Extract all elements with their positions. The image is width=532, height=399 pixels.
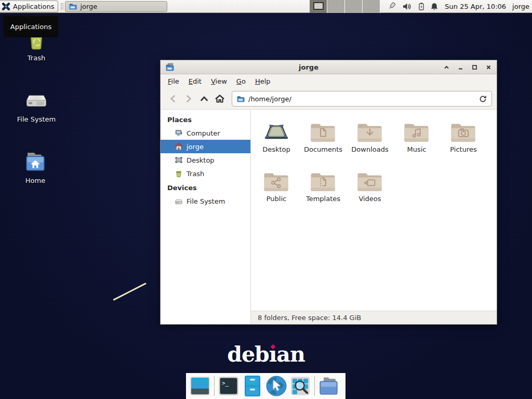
- file-item-downloads[interactable]: Downloads: [347, 115, 393, 164]
- svg-text:>_: >_: [222, 380, 229, 387]
- menu-edit[interactable]: Edit: [184, 75, 206, 87]
- up-button[interactable]: [196, 91, 212, 107]
- workspace-window-preview: [313, 2, 324, 10]
- file-item-label: Music: [407, 145, 427, 153]
- desktop-diagonal-line: [113, 283, 147, 301]
- file-item-label: Videos: [358, 195, 381, 203]
- window-folder-icon: [165, 63, 175, 72]
- file-item-label: Templates: [306, 195, 340, 203]
- desktop-pad-icon: [263, 115, 290, 143]
- reload-icon[interactable]: [478, 95, 487, 103]
- debian-logo: debıan: [0, 343, 532, 368]
- music-folder-icon: [403, 115, 430, 143]
- workspace-2[interactable]: [327, 0, 345, 13]
- file-item-public[interactable]: Public: [253, 164, 300, 214]
- workspace-3[interactable]: [345, 0, 363, 13]
- sidebar-item-label: Computer: [187, 129, 220, 137]
- home-icon: [175, 142, 183, 151]
- sidebar-places-header: Places: [161, 112, 250, 126]
- menu-view[interactable]: View: [206, 75, 232, 87]
- applications-menu-button[interactable]: Applications: [0, 1, 58, 12]
- volume-icon[interactable]: [402, 2, 412, 11]
- desktop-icon-label: Home: [25, 177, 45, 184]
- panel-username: jorge: [512, 3, 529, 10]
- sidebar-item-label: Trash: [187, 170, 204, 178]
- dock-separator: [214, 376, 215, 396]
- workspace-1[interactable]: [310, 0, 327, 13]
- desktop-icon-home[interactable]: Home: [10, 150, 60, 184]
- battery-icon[interactable]: [417, 2, 425, 11]
- sidebar-devices-header: Devices: [161, 180, 250, 194]
- sidebar: Places Computer jorge Desktop: [161, 110, 251, 324]
- sidebar-item-desktop[interactable]: Desktop: [161, 153, 250, 167]
- desktop-icon-file-system[interactable]: File System: [11, 88, 61, 123]
- address-bar-input[interactable]: /home/jorge/: [232, 91, 492, 107]
- desktop-icon-label: File System: [17, 115, 56, 123]
- file-item-label: Documents: [304, 145, 342, 153]
- taskbar-handle: [60, 3, 64, 10]
- system-tray: [387, 2, 438, 11]
- window-controls: [443, 63, 492, 71]
- home-folder-icon: [23, 150, 47, 174]
- window-title: jorge: [175, 63, 443, 71]
- window-titlebar[interactable]: jorge: [161, 60, 497, 74]
- taskbar-window-label: jorge: [80, 3, 97, 10]
- toolbar: /home/jorge/: [161, 88, 497, 110]
- maximize-button[interactable]: [471, 63, 478, 71]
- file-item-desktop[interactable]: Desktop: [253, 115, 300, 164]
- downloads-folder-icon: [356, 115, 383, 143]
- bottom-dock: >_: [186, 373, 345, 399]
- back-button[interactable]: [165, 91, 181, 107]
- sidebar-item-trash[interactable]: Trash: [161, 167, 250, 180]
- applications-menu-label: Applications: [13, 3, 54, 10]
- top-panel: Applications jorge Sun 25 Apr, 10:06 jor…: [0, 0, 532, 13]
- content-column: Desktop Documents Downloads Music: [251, 110, 497, 324]
- minimize-button[interactable]: [457, 63, 464, 71]
- workspace-switcher[interactable]: [310, 0, 380, 13]
- panel-clock[interactable]: Sun 25 Apr, 10:06: [445, 3, 506, 10]
- address-path-text: /home/jorge/: [248, 95, 291, 103]
- sidebar-item-label: Desktop: [187, 156, 215, 164]
- close-button[interactable]: [485, 63, 492, 71]
- web-browser-globe-icon[interactable]: [264, 374, 288, 398]
- file-cabinet-icon[interactable]: [241, 374, 264, 398]
- show-desktop-icon[interactable]: [188, 374, 212, 398]
- notifications-bell-icon[interactable]: [430, 2, 438, 11]
- menu-go[interactable]: Go: [232, 75, 250, 87]
- menu-help[interactable]: Help: [250, 75, 275, 87]
- home-button[interactable]: [212, 91, 228, 107]
- dock-separator: [314, 376, 315, 396]
- hard-drive-icon: [24, 88, 48, 112]
- file-grid: Desktop Documents Downloads Music: [253, 115, 497, 214]
- forward-button[interactable]: [181, 91, 196, 107]
- templates-folder-icon: [310, 164, 337, 192]
- sidebar-item-computer[interactable]: Computer: [161, 126, 250, 140]
- pictures-folder-icon: [450, 115, 477, 143]
- file-item-pictures[interactable]: Pictures: [440, 115, 487, 164]
- menu-file[interactable]: File: [163, 75, 184, 87]
- status-text: 8 folders, Free space: 14.4 GiB: [258, 314, 361, 322]
- file-item-videos[interactable]: Videos: [347, 164, 393, 214]
- file-item-documents[interactable]: Documents: [300, 115, 347, 164]
- file-item-label: Downloads: [351, 145, 388, 153]
- file-manager-window: jorge File Edit View Go Help /home/jorge…: [160, 60, 497, 325]
- sidebar-item-jorge[interactable]: jorge: [161, 140, 250, 153]
- tooltip-text: Applications: [10, 23, 51, 31]
- file-view[interactable]: Desktop Documents Downloads Music: [251, 110, 497, 311]
- shade-button[interactable]: [443, 63, 450, 71]
- public-folder-icon: [263, 164, 290, 192]
- file-browser-folder-icon[interactable]: [317, 374, 341, 398]
- sidebar-item-file-system[interactable]: File System: [161, 194, 250, 208]
- sidebar-item-label: jorge: [187, 143, 204, 151]
- file-item-templates[interactable]: Templates: [300, 164, 347, 214]
- taskbar-window-button[interactable]: jorge: [65, 1, 167, 12]
- file-item-music[interactable]: Music: [393, 115, 440, 164]
- stylus-icon[interactable]: [387, 2, 397, 11]
- workspace-4[interactable]: [363, 0, 380, 13]
- desktop-icon-label: Trash: [28, 54, 45, 62]
- file-item-label: Pictures: [450, 145, 476, 153]
- file-item-label: Desktop: [262, 145, 290, 153]
- file-item-label: Public: [267, 195, 286, 203]
- terminal-icon[interactable]: >_: [217, 374, 241, 398]
- application-finder-icon[interactable]: [288, 374, 312, 398]
